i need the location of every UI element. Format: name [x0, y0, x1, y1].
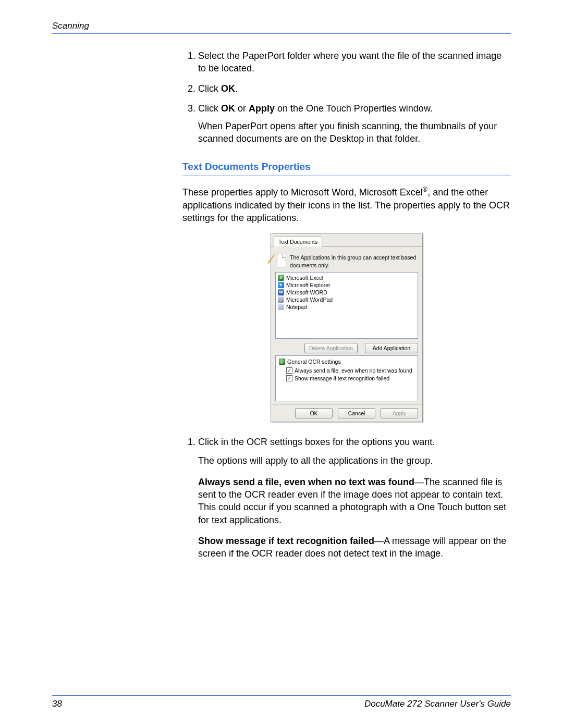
- step-3-apply: Apply: [249, 103, 275, 114]
- step2-1-follow: The options will apply to all the applic…: [198, 454, 511, 467]
- page-header: Scanning: [52, 21, 511, 34]
- step-3-prefix: Click: [198, 103, 221, 114]
- notepad-icon: [278, 304, 284, 310]
- ocr-title-row: General OCR settings: [279, 358, 414, 365]
- ocr-settings-box: General OCR settings Always send a file,…: [275, 355, 418, 401]
- step-2: Click OK.: [198, 82, 511, 95]
- checkbox-icon[interactable]: [286, 375, 292, 381]
- app-label: Microsoft Excel: [286, 274, 323, 281]
- gear-icon: [279, 359, 285, 365]
- step-3-ok: OK: [221, 103, 235, 114]
- option-show-message: Show message if text recognition failed—…: [198, 535, 511, 560]
- app-label: Microsoft Explorer: [286, 281, 331, 289]
- step-3-suffix: on the One Touch Properties window.: [275, 103, 433, 114]
- step-3-follow: When PaperPort opens after you finish sc…: [198, 120, 511, 145]
- app-item-excel[interactable]: X Microsoft Excel: [277, 274, 417, 281]
- dialog-info-row: The Applications in this group can accep…: [275, 253, 418, 268]
- step2-1-text: Click in the OCR settings boxes for the …: [198, 437, 435, 447]
- dialog-tab-strip: Text Documents: [271, 234, 422, 246]
- option-1-bold: Always send a file, even when no text wa…: [198, 477, 414, 487]
- text-document-icon: [275, 253, 287, 267]
- ocr-option-1-label: Always send a file, even when no text wa…: [295, 367, 412, 374]
- ocr-option-2-row[interactable]: Show message if text recognition failed: [286, 375, 414, 382]
- delete-application-button[interactable]: Delete Application: [304, 343, 358, 353]
- section-heading: Text Documents Properties: [182, 160, 511, 177]
- ocr-settings-title: General OCR settings: [287, 358, 341, 365]
- dialog-footer: OK Cancel Apply: [271, 404, 422, 422]
- ocr-option-2-label: Show message if text recognition failed: [295, 375, 389, 382]
- apply-button[interactable]: Apply: [381, 408, 418, 418]
- page-number: 38: [52, 699, 62, 709]
- step-1-text: Select the PaperPort folder where you wa…: [198, 51, 501, 73]
- option-2-bold: Show message if text recognition failed: [198, 536, 374, 546]
- main-content: Select the PaperPort folder where you wa…: [182, 50, 511, 560]
- app-label: Notepad: [286, 303, 307, 311]
- app-item-explorer[interactable]: e Microsoft Explorer: [277, 281, 417, 289]
- application-list[interactable]: X Microsoft Excel e Microsoft Explorer W…: [275, 272, 418, 339]
- app-item-notepad[interactable]: Notepad: [277, 303, 417, 311]
- registered-symbol: ®: [423, 186, 427, 193]
- option-always-send: Always send a file, even when no text wa…: [198, 476, 511, 526]
- step-3-mid: or: [235, 103, 249, 114]
- step-3: Click OK or Apply on the One Touch Prope…: [198, 102, 511, 145]
- ocr-option-1-row[interactable]: Always send a file, even when no text wa…: [286, 367, 414, 374]
- steps-list-2: Click in the OCR settings boxes for the …: [182, 436, 511, 467]
- tab-text-documents[interactable]: Text Documents: [274, 237, 322, 246]
- app-item-word[interactable]: W Microsoft WORD: [277, 289, 417, 296]
- ie-icon: e: [278, 282, 284, 288]
- dialog-app-buttons: Delete Application Add Application: [275, 343, 418, 353]
- ok-button[interactable]: OK: [295, 408, 333, 418]
- step2-1: Click in the OCR settings boxes for the …: [198, 436, 511, 467]
- cancel-button[interactable]: Cancel: [338, 408, 375, 418]
- footer-title: DocuMate 272 Scanner User's Guide: [364, 699, 511, 709]
- word-icon: W: [278, 289, 284, 295]
- checkbox-icon[interactable]: [286, 367, 292, 374]
- text-documents-dialog: Text Documents The Applications in this …: [271, 233, 423, 422]
- page-footer: 38 DocuMate 272 Scanner User's Guide: [52, 695, 511, 709]
- add-application-button[interactable]: Add Application: [365, 343, 418, 353]
- dialog-info-text: The Applications in this group can accep…: [290, 253, 418, 268]
- excel-icon: X: [278, 275, 284, 281]
- step-1: Select the PaperPort folder where you wa…: [198, 50, 511, 75]
- step-2-suffix: .: [235, 83, 238, 94]
- steps-list-1: Select the PaperPort folder where you wa…: [182, 50, 511, 145]
- app-label: Microsoft WordPad: [286, 296, 333, 303]
- header-section: Scanning: [52, 21, 89, 31]
- intro-text-1: These properties apply to Microsoft Word…: [182, 187, 423, 198]
- app-label: Microsoft WORD: [286, 289, 327, 296]
- step-2-ok: OK: [221, 83, 235, 94]
- app-item-wordpad[interactable]: Microsoft WordPad: [277, 296, 417, 303]
- wordpad-icon: [278, 297, 284, 303]
- step-2-prefix: Click: [198, 83, 221, 94]
- intro-paragraph: These properties apply to Microsoft Word…: [182, 186, 511, 224]
